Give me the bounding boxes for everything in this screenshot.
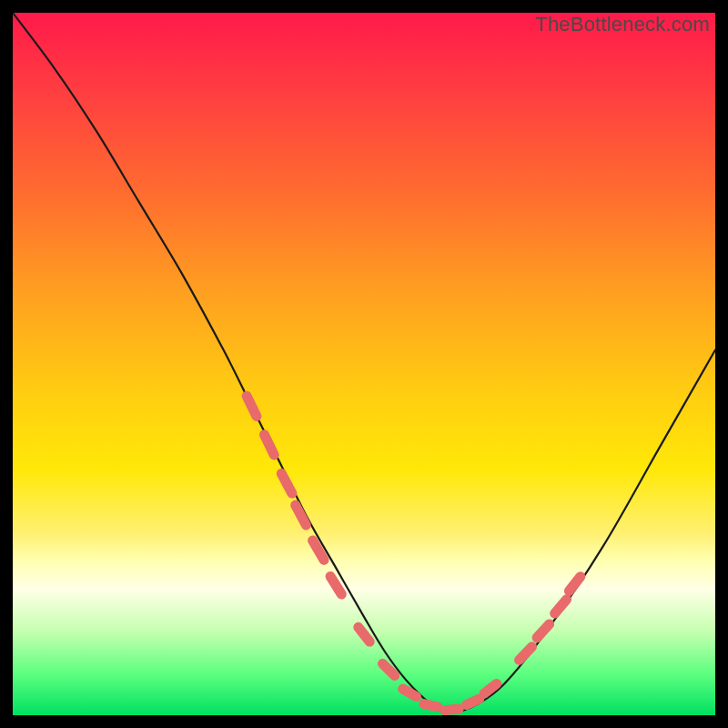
marker-dash [383, 663, 395, 675]
marker-dash [359, 627, 369, 642]
marker-dash [247, 396, 257, 416]
marker-dash [330, 576, 341, 594]
marker-dash [281, 473, 292, 493]
marker-dash [537, 624, 550, 638]
curve-layer [13, 13, 715, 715]
marker-dash [555, 600, 567, 613]
marker-dash [569, 577, 580, 592]
highlight-markers [247, 396, 581, 710]
marker-dash [467, 699, 480, 705]
marker-dash [520, 647, 532, 661]
plot-area: TheBottleneck.com [13, 13, 715, 715]
marker-dash [264, 435, 274, 455]
bottleneck-curve [13, 13, 715, 713]
marker-dash [445, 709, 459, 711]
marker-dash [424, 704, 438, 707]
marker-dash [403, 689, 417, 696]
marker-dash [296, 505, 307, 525]
chart-frame: TheBottleneck.com [0, 0, 728, 728]
